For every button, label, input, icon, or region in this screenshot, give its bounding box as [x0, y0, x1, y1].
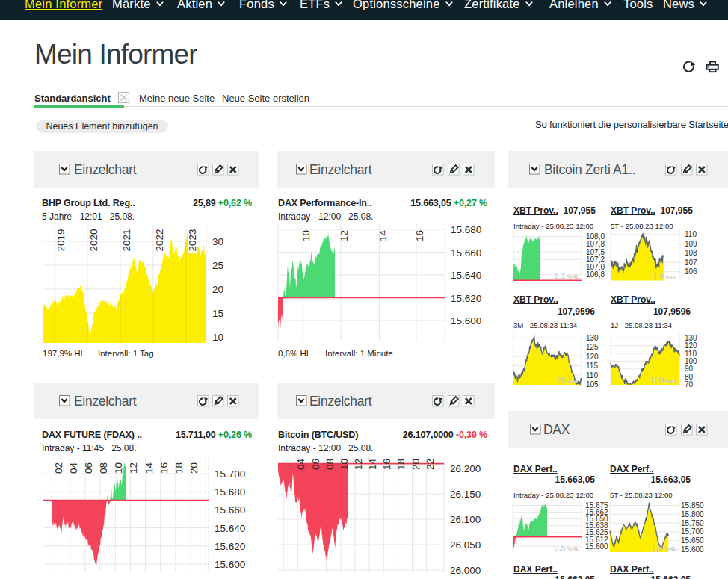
svg-text:08: 08 — [98, 462, 109, 474]
svg-text:15.640: 15.640 — [451, 270, 481, 281]
svg-text:26.000: 26.000 — [450, 565, 481, 576]
svg-text:20: 20 — [212, 284, 223, 295]
svg-text:26.150: 26.150 — [450, 489, 481, 500]
svg-text:2019: 2019 — [55, 229, 67, 251]
svg-text:106,8: 106,8 — [586, 270, 605, 279]
svg-text:3,8: 3,8 — [652, 272, 664, 281]
svg-text:109: 109 — [685, 240, 697, 248]
svg-text:22: 22 — [425, 459, 436, 470]
svg-text:15.640: 15.640 — [215, 523, 245, 534]
svg-text:18: 18 — [173, 462, 185, 474]
svg-text:2022: 2022 — [154, 229, 165, 251]
svg-text:%HL: %HL — [567, 546, 579, 551]
svg-text:15.850: 15.850 — [681, 501, 704, 510]
svg-text:90: 90 — [685, 365, 694, 373]
svg-text:15.620: 15.620 — [215, 541, 245, 552]
svg-text:10: 10 — [212, 332, 223, 343]
svg-text:110: 110 — [685, 350, 697, 358]
svg-text:14: 14 — [144, 462, 155, 474]
svg-text:15.620: 15.620 — [451, 293, 481, 304]
svg-text:12: 12 — [353, 459, 364, 470]
svg-text:2023: 2023 — [187, 229, 198, 251]
svg-text:15.600: 15.600 — [215, 559, 245, 570]
svg-text:110: 110 — [685, 230, 697, 238]
svg-text:115: 115 — [586, 362, 598, 370]
svg-text:26.100: 26.100 — [450, 514, 481, 525]
svg-text:04: 04 — [295, 458, 306, 470]
svg-text:26: 26 — [556, 376, 566, 385]
svg-text:80: 80 — [685, 373, 694, 381]
svg-text:15.680: 15.680 — [451, 224, 481, 235]
svg-text:25: 25 — [212, 260, 223, 271]
svg-text:110: 110 — [586, 371, 598, 380]
svg-text:15.700: 15.700 — [681, 527, 704, 536]
svg-text:15.680: 15.680 — [215, 486, 245, 498]
svg-text:12: 12 — [128, 462, 139, 474]
svg-text:10: 10 — [300, 230, 312, 241]
svg-text:14: 14 — [367, 458, 378, 470]
svg-text:125: 125 — [586, 343, 599, 351]
svg-text:10: 10 — [113, 462, 124, 474]
svg-text:%HL: %HL — [567, 379, 579, 384]
svg-text:105: 105 — [586, 380, 599, 388]
svg-text:15.700: 15.700 — [215, 468, 245, 480]
svg-text:16: 16 — [381, 459, 392, 470]
svg-text:1,8: 1,8 — [651, 543, 663, 552]
svg-text:2021: 2021 — [121, 229, 132, 251]
svg-text:02: 02 — [53, 462, 64, 474]
svg-text:26.200: 26.200 — [450, 463, 481, 474]
svg-text:15.600: 15.600 — [681, 545, 704, 554]
svg-text:106: 106 — [685, 267, 697, 276]
svg-text:15.600: 15.600 — [585, 542, 608, 551]
svg-text:15: 15 — [212, 308, 223, 319]
svg-text:10: 10 — [339, 459, 350, 470]
svg-text:15.660: 15.660 — [215, 504, 245, 515]
svg-text:15.600: 15.600 — [451, 315, 481, 326]
svg-text:%HL: %HL — [664, 275, 677, 280]
svg-text:0,5: 0,5 — [554, 543, 566, 552]
svg-text:100: 100 — [685, 357, 697, 365]
svg-text:100: 100 — [650, 376, 664, 385]
svg-text:16: 16 — [414, 230, 425, 241]
svg-text:06: 06 — [83, 462, 94, 474]
svg-text:130: 130 — [685, 334, 697, 342]
svg-text:20: 20 — [188, 462, 200, 474]
svg-text:120: 120 — [685, 341, 697, 350]
svg-text:30: 30 — [212, 236, 223, 247]
svg-text:1,1: 1,1 — [554, 271, 566, 280]
svg-text:%HL: %HL — [664, 379, 677, 384]
svg-text:26.050: 26.050 — [450, 539, 481, 551]
svg-text:%HL: %HL — [567, 274, 579, 279]
svg-text:%HL: %HL — [664, 546, 676, 551]
svg-text:04: 04 — [68, 462, 79, 474]
svg-text:2020: 2020 — [88, 229, 99, 251]
svg-text:14: 14 — [377, 229, 389, 241]
svg-text:12: 12 — [339, 230, 350, 241]
svg-text:108: 108 — [685, 249, 697, 257]
svg-text:120: 120 — [586, 353, 599, 361]
svg-text:16: 16 — [158, 462, 170, 474]
svg-text:18: 18 — [395, 459, 407, 470]
svg-text:15.660: 15.660 — [451, 247, 481, 258]
svg-text:70: 70 — [685, 380, 694, 388]
svg-text:06: 06 — [310, 459, 321, 470]
svg-text:130: 130 — [586, 334, 599, 342]
svg-text:08: 08 — [324, 459, 336, 470]
svg-text:15.750: 15.750 — [681, 519, 704, 527]
svg-text:107: 107 — [685, 258, 697, 267]
svg-text:15.800: 15.800 — [681, 510, 704, 518]
svg-text:20: 20 — [410, 459, 422, 470]
svg-text:15.650: 15.650 — [681, 536, 704, 545]
